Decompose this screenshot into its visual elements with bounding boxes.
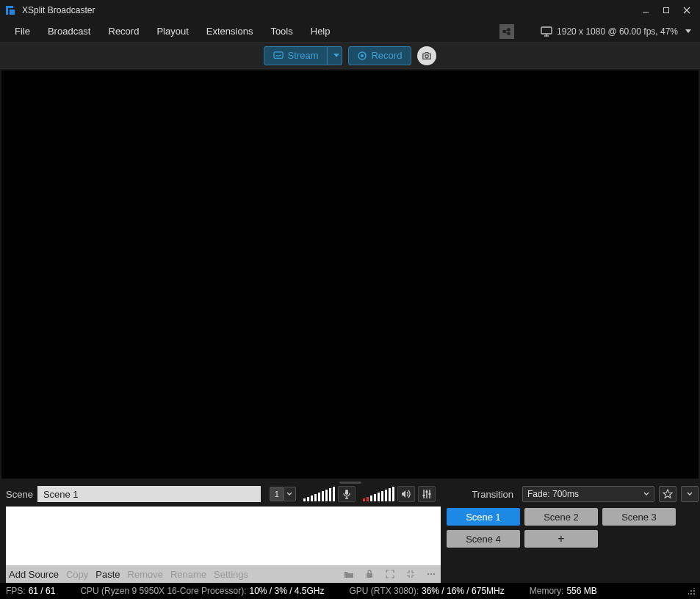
preview-canvas[interactable]: [1, 70, 699, 479]
rename-source-button[interactable]: Rename: [170, 569, 206, 580]
svg-point-20: [430, 573, 432, 575]
star-icon: [663, 489, 673, 499]
menu-file[interactable]: File: [6, 23, 39, 40]
app-title: XSplit Broadcaster: [22, 5, 95, 15]
minimize-button[interactable]: [635, 0, 656, 21]
camera-icon: [422, 51, 432, 60]
sliders-icon: [422, 489, 432, 499]
output-resolution-dropdown[interactable]: 1920 x 1080 @ 60.00 fps, 47%: [541, 26, 694, 37]
speaker-button[interactable]: [397, 486, 415, 502]
status-memory: Memory: 556 MB: [530, 586, 597, 596]
scene-preset-number[interactable]: 1: [270, 487, 284, 501]
svg-point-19: [427, 573, 429, 575]
svg-rect-16: [425, 491, 427, 493]
status-cpu: CPU (Ryzen 9 5950X 16-Core Processor): 1…: [80, 586, 324, 596]
source-toolbar: Add Source Copy Paste Remove Rename Sett…: [6, 565, 441, 583]
speaker-icon: [401, 490, 411, 498]
svg-rect-15: [422, 495, 425, 496]
source-settings-button[interactable]: Settings: [214, 569, 248, 580]
source-list[interactable]: [6, 507, 441, 565]
svg-rect-18: [367, 573, 372, 578]
svg-point-10: [425, 54, 428, 57]
screenshot-button[interactable]: [417, 46, 436, 65]
status-bar: FPS: 61 / 61 CPU (Ryzen 9 5950X 16-Core …: [0, 583, 700, 599]
menu-tools[interactable]: Tools: [261, 23, 301, 40]
microphone-icon: [342, 489, 351, 499]
maximize-button[interactable]: [656, 0, 676, 21]
svg-rect-4: [541, 27, 552, 34]
menu-bar: File Broadcast Record Playout Extensions…: [0, 21, 700, 43]
status-gpu: GPU (RTX 3080): 36% / 16% / 675MHz: [350, 586, 505, 596]
transition-select[interactable]: Fade: 700ms: [522, 486, 654, 502]
record-button[interactable]: Record: [348, 46, 411, 65]
menu-help[interactable]: Help: [302, 23, 339, 40]
transition-label: Transition: [472, 489, 513, 500]
scene-button-1[interactable]: Scene 1: [447, 508, 520, 526]
scene-button-3[interactable]: Scene 3: [602, 508, 676, 526]
collapse-icon[interactable]: [404, 570, 417, 578]
lower-panel: Add Source Copy Paste Remove Rename Sett…: [0, 504, 700, 583]
menu-extensions[interactable]: Extensions: [198, 23, 262, 40]
svg-point-9: [361, 54, 364, 57]
stream-icon: [273, 51, 284, 60]
output-info-text: 1920 x 1080 @ 60.00 fps, 47%: [557, 26, 678, 37]
app-logo-icon: [4, 4, 16, 16]
scene-button-2[interactable]: Scene 2: [524, 508, 598, 526]
transition-value: Fade: 700ms: [527, 489, 579, 499]
svg-rect-11: [345, 490, 348, 495]
svg-rect-1: [664, 8, 669, 13]
scene-control-row: Scene 1 Transition Fade: 700ms: [0, 484, 700, 504]
window-controls: [635, 0, 697, 21]
transition-dropdown-button[interactable]: [681, 486, 699, 502]
action-bar: Stream Record: [0, 43, 700, 69]
record-button-label: Record: [371, 50, 402, 61]
stream-dropdown[interactable]: [328, 46, 342, 65]
remove-source-button[interactable]: Remove: [128, 569, 163, 580]
add-source-button[interactable]: Add Source: [9, 569, 59, 580]
svg-point-21: [433, 573, 435, 575]
folder-icon[interactable]: [342, 570, 356, 578]
add-scene-button[interactable]: +: [524, 530, 598, 548]
chevron-down-icon: [685, 29, 691, 33]
speaker-vu-meter[interactable]: [363, 487, 394, 501]
record-icon: [358, 51, 367, 60]
chevron-down-icon: [333, 54, 339, 57]
stream-button[interactable]: Stream: [264, 46, 328, 65]
chevron-down-icon: [687, 492, 693, 496]
copy-source-button[interactable]: Copy: [66, 569, 88, 580]
menu-record[interactable]: Record: [100, 23, 148, 40]
svg-rect-17: [428, 493, 430, 495]
mic-button[interactable]: [338, 486, 356, 502]
scene-button-4[interactable]: Scene 4: [447, 530, 520, 548]
menu-playout[interactable]: Playout: [148, 23, 197, 40]
menu-broadcast[interactable]: Broadcast: [39, 23, 100, 40]
title-bar: XSplit Broadcaster: [0, 0, 700, 21]
source-panel: Add Source Copy Paste Remove Rename Sett…: [6, 507, 441, 583]
mic-vu-meter[interactable]: [303, 487, 335, 501]
chevron-down-icon: [643, 492, 649, 496]
paste-source-button[interactable]: Paste: [95, 569, 120, 580]
stream-button-label: Stream: [288, 50, 319, 61]
scenes-panel: Scene 1 Scene 2 Scene 3 Scene 4 +: [447, 507, 694, 583]
scene-name-input[interactable]: [37, 486, 261, 502]
lock-icon[interactable]: [363, 570, 376, 578]
close-button[interactable]: [676, 0, 697, 21]
scene-label: Scene: [6, 489, 33, 500]
expand-icon[interactable]: [383, 570, 397, 578]
favorite-transition-button[interactable]: [659, 486, 676, 502]
monitor-icon: [541, 26, 552, 37]
more-icon[interactable]: [425, 570, 438, 578]
status-fps: FPS: 61 / 61: [6, 586, 55, 596]
app-window: XSplit Broadcaster File Broadcast Record…: [0, 0, 700, 599]
audio-mixer-button[interactable]: [418, 486, 436, 502]
scene-preset-dropdown[interactable]: [284, 487, 296, 501]
resize-grip[interactable]: [687, 587, 696, 595]
stream-button-group: Stream: [264, 46, 343, 65]
svg-rect-7: [274, 51, 283, 58]
share-button[interactable]: [499, 24, 514, 39]
